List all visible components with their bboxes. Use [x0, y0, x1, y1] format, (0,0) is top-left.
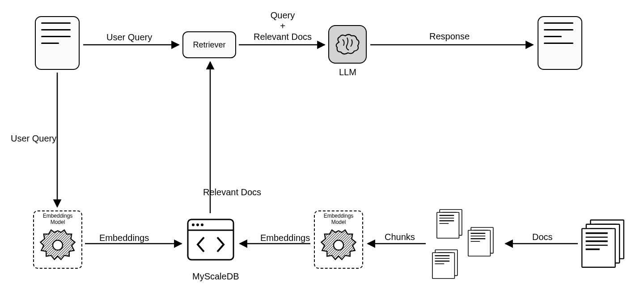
chunks-group-icon — [429, 206, 501, 278]
edge-label-userquery-retriever: User Query — [106, 32, 152, 43]
edge-label-llm-response: Response — [429, 31, 470, 42]
edge-label-userdoc-embed: User Query — [11, 133, 56, 144]
llm-node — [328, 25, 367, 64]
gear-icon — [318, 227, 359, 268]
code-window-icon — [186, 215, 235, 264]
retriever-label: Retriever — [193, 40, 225, 50]
embeddings-model-right: EmbeddingsModel — [314, 210, 363, 269]
llm-label: LLM — [339, 67, 356, 77]
myscaledb-label: MyScaleDB — [192, 271, 239, 282]
docs-stack-icon — [581, 219, 608, 251]
svg-rect-1 — [188, 219, 233, 260]
edge-label-docs: Docs — [532, 232, 553, 242]
response-document-icon — [538, 16, 582, 70]
user-query-document-icon — [35, 16, 80, 70]
svg-point-3 — [192, 223, 195, 226]
retriever-node: Retriever — [182, 31, 236, 58]
edge-label-embedleft-db: Embeddings — [99, 233, 149, 243]
svg-point-4 — [196, 223, 199, 226]
edge-label-retriever-llm: Query+Relevant Docs — [247, 10, 318, 42]
svg-point-5 — [201, 223, 203, 226]
svg-point-0 — [53, 240, 63, 250]
edge-label-chunks: Chunks — [385, 232, 415, 242]
embeddings-model-right-label: EmbeddingsModel — [324, 213, 354, 226]
brain-icon — [334, 33, 361, 56]
embeddings-model-left-label: EmbeddingsModel — [43, 213, 73, 226]
diagram-canvas: Retriever LLM EmbeddingsModel — [0, 0, 644, 292]
myscaledb-node — [186, 215, 235, 264]
embeddings-model-left: EmbeddingsModel — [33, 210, 82, 269]
edge-label-embedright-db: Embeddings — [260, 233, 310, 243]
gear-icon — [37, 227, 78, 268]
edge-label-db-retriever: Relevant Docs — [203, 187, 261, 198]
svg-point-6 — [334, 240, 343, 250]
